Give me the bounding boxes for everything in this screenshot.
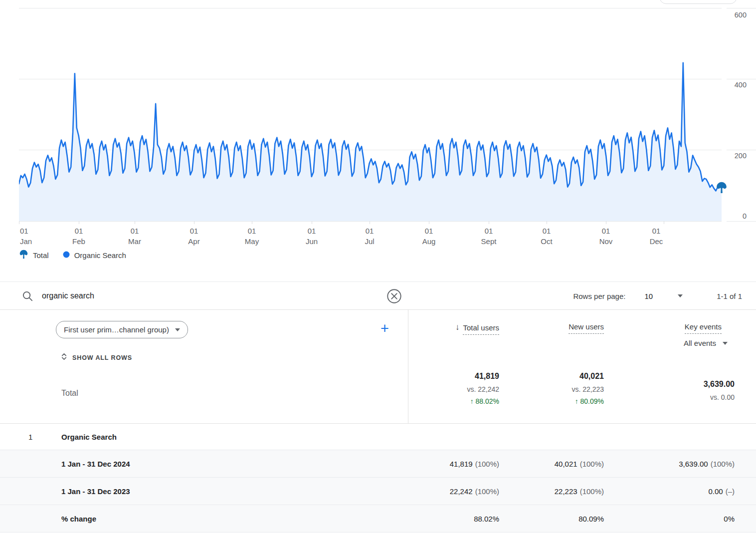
search-icon xyxy=(22,290,33,304)
table-toolbar: Rows per page: 10 1-1 of 1 xyxy=(0,281,756,310)
table-row-2024[interactable]: 1 Jan - 31 Dec 2024 41,819(100%) 40,021(… xyxy=(0,450,756,478)
key-events-filter-dropdown[interactable]: All events xyxy=(684,339,728,347)
column-header-new-users[interactable]: New users xyxy=(568,322,604,331)
legend-item-total[interactable]: Total xyxy=(19,249,49,262)
new-users-summary: 40,021 vs. 22,223 ↑ 80.09% xyxy=(494,372,604,405)
unfold-more-icon xyxy=(60,352,68,363)
row-label: 1 Jan - 31 Dec 2023 xyxy=(61,478,130,505)
row-label: % change xyxy=(61,505,96,532)
legend-label-total: Total xyxy=(33,251,49,260)
x-label-nov: 01Nov xyxy=(588,226,623,247)
add-dimension-button[interactable]: + xyxy=(380,320,389,336)
x-label-oct: 01Oct xyxy=(529,226,564,247)
x-label-feb: 01Feb xyxy=(61,226,96,247)
dimension-selector-label: First user prim…channel group) xyxy=(64,325,169,334)
dimension-selector-dropdown[interactable]: First user prim…channel group) xyxy=(56,321,188,338)
show-all-rows-label: SHOW ALL ROWS xyxy=(72,354,132,361)
table-body: 1 Organic Search 1 Jan - 31 Dec 2024 41,… xyxy=(0,424,756,533)
chart-legend: Total Organic Search xyxy=(19,249,135,262)
table-row-2023[interactable]: 1 Jan - 31 Dec 2023 22,242(100%) 22,223(… xyxy=(0,478,756,505)
pagination-range: 1-1 of 1 xyxy=(717,292,742,300)
column-header-key-events[interactable]: Key events All events xyxy=(684,322,735,347)
x-label-dec: 01Dec xyxy=(639,226,674,247)
x-label-aug: 01Aug xyxy=(411,226,446,247)
chart-end-marker-total-fan-icon xyxy=(716,181,728,194)
table-row-organic-search[interactable]: 1 Organic Search xyxy=(0,424,756,450)
x-label-mar: 01Mar xyxy=(117,226,152,247)
legend-label-organic-search: Organic Search xyxy=(74,251,126,260)
table-row-percent-change[interactable]: % change 88.02% 80.09% 0% xyxy=(0,505,756,533)
sort-descending-icon: ↓ xyxy=(455,322,460,332)
search-input[interactable] xyxy=(42,289,351,303)
key-events-caret-icon xyxy=(723,342,728,345)
dimension-caret-icon xyxy=(175,328,180,331)
row-label: 1 Jan - 31 Dec 2024 xyxy=(61,450,130,477)
column-header-total-users[interactable]: ↓Total users xyxy=(455,322,499,332)
chart-plot xyxy=(19,0,722,222)
rows-per-page-label: Rows per page: xyxy=(573,292,625,300)
x-label-jul: 01Jul xyxy=(352,226,387,247)
row-label: Organic Search xyxy=(61,424,117,450)
total-fan-icon xyxy=(19,249,28,262)
row-index: 1 xyxy=(28,424,32,450)
dot-icon xyxy=(63,251,70,260)
x-label-may: 01May xyxy=(234,226,269,247)
total-row-label: Total xyxy=(61,389,78,398)
total-users-summary: 41,819 vs. 22,242 ↑ 88.02% xyxy=(389,372,499,405)
clear-search-icon[interactable] xyxy=(386,288,402,304)
rows-per-page-value[interactable]: 10 xyxy=(644,292,653,300)
x-label-jan: 01Jan xyxy=(20,226,55,247)
x-label-apr: 01Apr xyxy=(177,226,211,247)
x-label-sept: 01Sept xyxy=(471,226,506,247)
x-label-jun: 01Jun xyxy=(294,226,329,247)
analytics-report-page: 600 400 200 0 01Jan 01Feb xyxy=(0,0,756,541)
rows-per-page-caret-icon[interactable] xyxy=(678,294,683,297)
new-users-change: ↑ 80.09% xyxy=(494,397,604,405)
pagination-controls: Rows per page: 10 1-1 of 1 xyxy=(573,282,742,310)
legend-item-organic-search[interactable]: Organic Search xyxy=(63,251,126,260)
key-events-summary: 3,639.00 vs. 0.00 xyxy=(625,380,735,401)
show-all-rows-button[interactable]: SHOW ALL ROWS xyxy=(60,352,132,363)
total-users-change: ↑ 88.02% xyxy=(389,397,499,405)
